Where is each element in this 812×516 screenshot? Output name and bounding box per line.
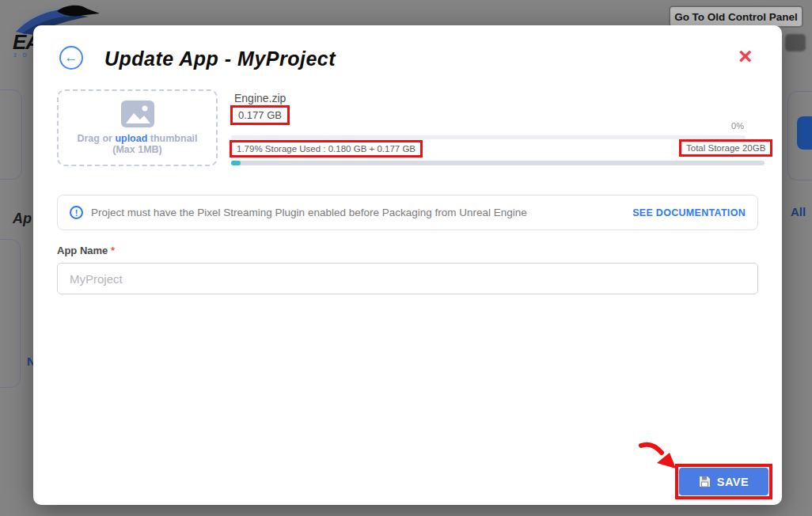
see-documentation-link[interactable]: SEE DOCUMENTATION [632,207,746,218]
required-asterisk: * [111,245,115,256]
background-card-left [0,89,22,180]
arrow-left-icon: ← [65,50,78,66]
update-app-modal: ← Update App - MyProject × Drag or uploa… [33,25,782,505]
info-icon: ! [70,206,83,219]
logo-subtext-partial: 3 D [13,52,29,58]
go-to-old-control-panel-button[interactable]: Go To Old Control Panel [669,6,803,28]
annotation-box-storage-total: Total Storage 20GB [679,139,772,157]
storage-total-text: Total Storage 20GB [686,143,765,153]
screen: EA 3 D Go To Old Control Panel Ap N All … [0,0,812,516]
upload-progress-bar [231,135,746,139]
save-button-label: SAVE [717,476,749,488]
annotation-box-storage-used: 1.79% Storage Used : 0.180 GB + 0.177 GB [230,140,423,157]
dropzone-label: Drag or upload thumbnail [59,133,216,144]
upload-percent: 0% [731,121,744,131]
pixel-streaming-alert: ! Project must have the Pixel Streaming … [57,195,758,230]
view-all-link-partial[interactable]: All [791,205,806,218]
file-name: Engine.zip [234,92,286,104]
background-app-card [0,239,21,388]
thumbnail-dropzone[interactable]: Drag or upload thumbnail (Max 1MB) [57,89,218,166]
storage-bar-fill [231,161,241,165]
storage-used-text: 1.79% Storage Used : 0.180 GB + 0.177 GB [237,144,415,154]
save-button[interactable]: SAVE [679,468,768,495]
alert-text: Project must have the Pixel Streaming Pl… [91,207,624,218]
dropzone-max-size: (Max 1MB) [59,144,216,155]
app-name-label: App Name * [57,245,115,256]
storage-bar [231,161,765,165]
close-icon[interactable]: × [738,44,753,68]
upload-link[interactable]: upload [115,133,147,144]
back-button[interactable]: ← [59,46,83,70]
image-placeholder-icon [120,100,155,128]
file-size: 0.177 GB [238,109,282,121]
apps-heading-partial: Ap [13,211,32,227]
modal-title: Update App - MyProject [104,47,336,70]
save-floppy-icon [699,476,711,488]
menu-avatar-blob[interactable] [785,34,806,51]
background-blue-button[interactable] [797,116,812,150]
app-name-input[interactable] [57,263,758,294]
annotation-box-save: SAVE [675,464,772,499]
annotation-box-file-size: 0.177 GB [230,105,290,125]
